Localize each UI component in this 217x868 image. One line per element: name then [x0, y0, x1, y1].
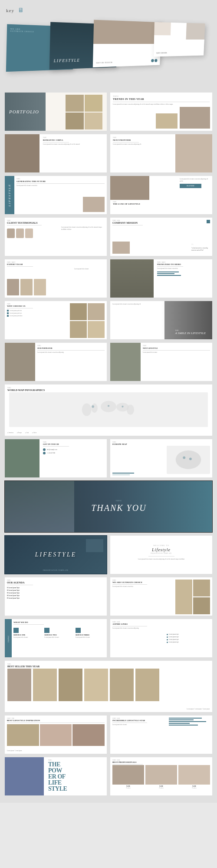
row-6: TOPIC WHY CHOOSE US Lorem ipsum point on… — [4, 301, 213, 340]
persp-slide-4: WHY CHOOSE — [154, 22, 205, 57]
svg-point-10 — [189, 458, 192, 461]
slide-mission[interactable]: TOPIC / OUR COMPANY MISSION " "to look f… — [110, 217, 213, 256]
slide-trends[interactable]: TOPIC TRENDS IN THIS YEAR Lorem ipsum do… — [110, 92, 213, 131]
slide-next-frontier[interactable]: TOPIC NEXT FRONTIER Lorem ipsum dolor si… — [110, 134, 213, 173]
slide-amanda[interactable]: TOPIC / MEET FROM ZERO TO HERO Lorem ips… — [110, 259, 213, 298]
row-9: TOPIC GET IN TOUCH info@example.com +1 2… — [4, 439, 213, 478]
svg-point-6 — [108, 405, 109, 407]
slide-person-coat[interactable]: TOPIC OUR PORTRAYER Lorem ipsum dolor si… — [4, 342, 107, 381]
row-4: TOPIC CLIENT TESTIMONIALS Lorem ipsum do… — [4, 217, 213, 256]
row-2: TOPIC ROMANTIC CHINA Lorem ipsum dolor s… — [4, 134, 213, 173]
slide-welcome[interactable]: Welcome to Lifestyle presentation templa… — [110, 535, 213, 574]
slide-why-choose[interactable]: TOPIC WHY CHOOSE US Lorem ipsum point on… — [4, 301, 107, 340]
slide-smile[interactable]: TOPIC A SMILE IN LIFESTYLE Lorem ipsum d… — [110, 301, 213, 340]
row-13: TOPIC WHAT WE DO SERVICE ONE Lorem ipsum… — [4, 619, 213, 658]
slide-aspire-links[interactable]: TOPIC / OUR ASPIRE LINKS Lorem ipsum dol… — [110, 619, 213, 658]
slide-power-lifestyle[interactable]: TOPIC THEPOWER OFLIFESTYLE — [4, 757, 107, 796]
row-14: TOPIC BEST SELLER THIS YEAR Lorem ipsum … — [4, 660, 213, 712]
slide-testimonials[interactable]: TOPIC CLIENT TESTIMONIALS Lorem ipsum do… — [4, 217, 107, 256]
slide-romantic[interactable]: TOPIC ROMANTIC CHINA Lorem ipsum dolor s… — [4, 134, 107, 173]
slide-best-professionals[interactable]: TOPIC / OUR BEST PROFESSIONALS NAME Posi… — [110, 757, 213, 796]
row-8: TOPIC WORLD MAP INFOGRAPHICS — [4, 384, 213, 436]
slide-thank-you[interactable]: TOPIC THANK YOU — [4, 480, 213, 533]
svg-point-5 — [92, 405, 94, 408]
slides-container: WE ARE ULTIMATE CHOICE LIFESTYLE GET IN … — [0, 17, 217, 798]
slide-incredible[interactable]: TOPIC / OUR INCREDIBLE LIFESTYLE STAR Lo… — [110, 715, 213, 754]
row-16: TOPIC THEPOWER OFLIFESTYLE TOPIC / OUR B… — [4, 757, 213, 796]
slide-lifestyle-cover[interactable]: LIFESTYLE presentation template — [4, 535, 107, 574]
perspective-preview: WE ARE ULTIMATE CHOICE LIFESTYLE GET IN … — [7, 20, 215, 89]
slide-world-map[interactable]: TOPIC WORLD MAP INFOGRAPHICS — [4, 384, 213, 436]
svg-point-0 — [82, 404, 92, 416]
row-10: TOPIC THANK YOU — [4, 480, 213, 533]
header: key 🖥 — [0, 4, 217, 17]
row-3: LIFESTYLE TOPIC GENERATING THE FUTURE Lo… — [4, 176, 213, 215]
row-12: TOPIC OUR AGENDA 01 Lorem Ipsum Topic 02… — [4, 577, 213, 616]
slide-get-in-touch-2[interactable]: TOPIC GET IN TOUCH info@example.com +1 2… — [4, 439, 107, 478]
slide-europe-map[interactable]: TOPIC EUROPE MAP — [110, 439, 213, 478]
slide-luxe[interactable]: TOPIC THE LUXE OF LIFESTYLE Lorem ipsum … — [110, 176, 213, 215]
row-11: LIFESTYLE presentation template Welcome … — [4, 535, 213, 574]
slide-lifestyle-vert[interactable]: LIFESTYLE TOPIC GENERATING THE FUTURE Lo… — [4, 176, 107, 215]
slide-best-inspiration[interactable]: TOPIC / THE BEST LIFESTYLE INSPIRATION L… — [4, 715, 107, 754]
row-15: TOPIC / THE BEST LIFESTYLE INSPIRATION L… — [4, 715, 213, 754]
slide-best-seller[interactable]: TOPIC BEST SELLER THIS YEAR Lorem ipsum … — [4, 660, 213, 712]
svg-point-7 — [122, 406, 123, 407]
row-5: TOPIC / MEET EXPERT TEAM Lorem ipsum dol… — [4, 259, 213, 298]
app-title: key — [6, 8, 14, 13]
svg-point-9 — [183, 457, 185, 459]
row-1: PORTFOLIO TOPIC TRENDS IN THIS YEAR — [4, 92, 213, 131]
persp-slide-3: GET IN TOUCH — [93, 20, 162, 68]
slide-expert-team[interactable]: TOPIC / MEET EXPERT TEAM Lorem ipsum dol… — [4, 259, 107, 298]
row-7: TOPIC OUR PORTRAYER Lorem ipsum dolor si… — [4, 342, 213, 381]
svg-point-4 — [127, 404, 134, 414]
slide-ultimate-choice[interactable]: TOPIC WE ARE ULTIMATE CHOICE Lorem ipsum… — [110, 577, 213, 616]
svg-point-8 — [176, 451, 201, 469]
page-wrapper: key 🖥 WE ARE ULTIMATE CHOICE LIFESTYLE — [0, 0, 217, 803]
slide-what-we-do[interactable]: TOPIC WHAT WE DO SERVICE ONE Lorem ipsum… — [4, 619, 107, 658]
slide-person-outdoors[interactable]: TOPIC NEXT LIFESTYLE Lorem ipsum dolor s… — [110, 342, 213, 381]
slide-portfolio[interactable]: PORTFOLIO — [4, 92, 107, 131]
monitor-icon: 🖥 — [18, 7, 24, 14]
svg-point-1 — [91, 404, 97, 413]
slide-agenda[interactable]: TOPIC OUR AGENDA 01 Lorem Ipsum Topic 02… — [4, 577, 107, 616]
